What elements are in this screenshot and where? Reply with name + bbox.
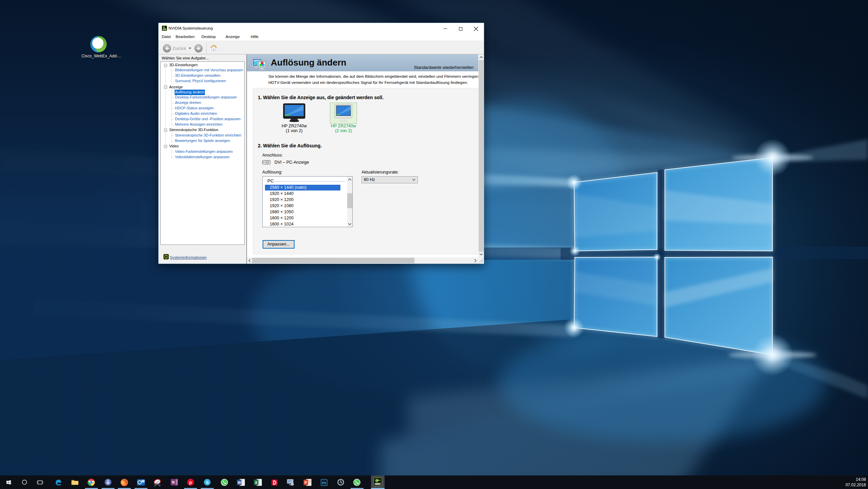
svg-text:Ps: Ps	[322, 481, 326, 485]
svg-text:N: N	[172, 480, 175, 484]
svg-text:p: p	[189, 480, 192, 485]
svg-text:S: S	[206, 480, 209, 485]
svg-text:W: W	[237, 481, 241, 485]
svg-text:P: P	[305, 481, 307, 485]
svg-text:X: X	[255, 481, 258, 485]
